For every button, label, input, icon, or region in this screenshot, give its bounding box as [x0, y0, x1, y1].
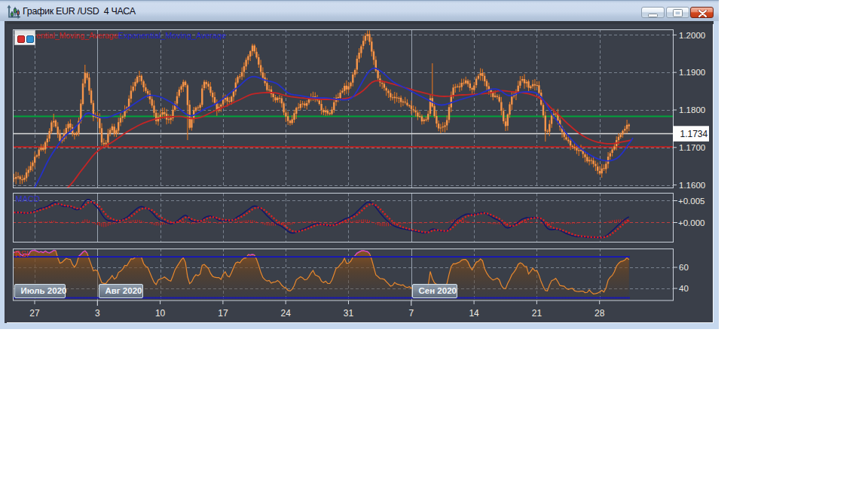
svg-text:40: 40	[679, 284, 689, 293]
svg-text:1.1700: 1.1700	[679, 143, 705, 152]
svg-text:21: 21	[532, 308, 542, 319]
svg-text:1.1734: 1.1734	[680, 129, 708, 139]
svg-text:28: 28	[594, 308, 605, 319]
svg-text:14: 14	[469, 308, 479, 319]
svg-text:17: 17	[218, 308, 228, 319]
svg-text:Exponential_Moving_Average: Exponential_Moving_Average	[118, 31, 226, 40]
svg-text:1.1900: 1.1900	[679, 68, 705, 77]
svg-text:+0.005: +0.005	[678, 197, 705, 206]
svg-text:MACD: MACD	[16, 194, 40, 203]
svg-text:24: 24	[281, 308, 292, 319]
svg-text:+0.000: +0.000	[678, 218, 705, 227]
svg-text:1.1800: 1.1800	[679, 105, 705, 114]
svg-text:1.1600: 1.1600	[679, 181, 705, 190]
svg-text:ential_Moving_Average:: ential_Moving_Average:	[36, 32, 120, 40]
svg-text:RSI: RSI	[15, 249, 29, 258]
svg-text:10: 10	[155, 308, 166, 319]
svg-text:31: 31	[344, 308, 354, 319]
svg-text:27: 27	[29, 308, 40, 319]
svg-text:60: 60	[679, 263, 689, 272]
svg-text:7: 7	[408, 308, 414, 319]
svg-text:1.2000: 1.2000	[679, 31, 705, 40]
svg-text:3: 3	[95, 308, 100, 319]
